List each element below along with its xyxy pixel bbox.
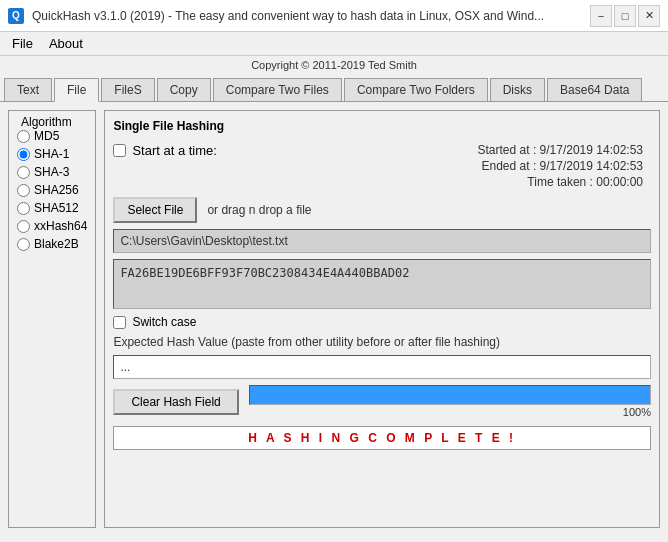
time-info: Started at : 9/17/2019 14:02:53 Ended at… [478,143,651,191]
title-bar: Q QuickHash v3.1.0 (2019) - The easy and… [0,0,668,32]
started-at-value: 9/17/2019 14:02:53 [540,143,643,157]
algorithm-panel: Algorithm MD5 SHA-1 SHA-3 SHA256 SHA512 … [8,110,96,528]
close-button[interactable]: ✕ [638,5,660,27]
progress-segment [391,387,410,403]
algo-sha3-label: SHA-3 [34,165,69,179]
algo-md5-label: MD5 [34,129,59,143]
ended-at-value: 9/17/2019 14:02:53 [540,159,643,173]
progress-segment [550,387,569,403]
menu-bar: File About [0,32,668,56]
hashing-panel: Single File Hashing Start at a time: Sta… [104,110,660,528]
algorithm-panel-title: Algorithm [17,115,87,129]
tab-compare-two-files[interactable]: Compare Two Files [213,78,342,101]
algo-xxhash64: xxHash64 [17,219,87,233]
progress-segment [331,387,350,403]
progress-segment [510,387,529,403]
app-icon: Q [8,8,24,24]
algo-blake2b: Blake2B [17,237,87,251]
progress-pct-label: 100% [249,406,651,418]
tab-copy[interactable]: Copy [157,78,211,101]
time-taken-row: Time taken : 00:00:00 [527,175,643,189]
minimize-button[interactable]: − [590,5,612,27]
progress-segment [530,387,549,403]
title-bar-controls: − □ ✕ [590,5,660,27]
progress-area: 100% [249,385,651,418]
start-at-label: Start at a time: [132,143,217,158]
select-file-button[interactable]: Select File [113,197,197,223]
progress-segment [450,387,469,403]
started-at-row: Started at : 9/17/2019 14:02:53 [478,143,643,157]
algo-blake2b-radio[interactable] [17,238,30,251]
time-taken-label: Time taken : [527,175,593,189]
hash-output-field: FA26BE19DE6BFF93F70BC2308434E4A440BBAD02 [113,259,651,309]
algo-md5: MD5 [17,129,87,143]
algo-xxhash64-radio[interactable] [17,220,30,233]
copyright-text: Copyright © 2011-2019 Ted Smith [251,59,417,71]
start-at-checkbox[interactable] [113,144,126,157]
file-path-field[interactable] [113,229,651,253]
status-bar: H A S H I N G C O M P L E T E ! [113,426,651,450]
algo-sha1: SHA-1 [17,147,87,161]
start-at-row: Start at a time: [113,143,477,158]
algo-sha512: SHA512 [17,201,87,215]
algo-sha256-radio[interactable] [17,184,30,197]
main-content: Algorithm MD5 SHA-1 SHA-3 SHA256 SHA512 … [0,102,668,536]
algo-sha1-radio[interactable] [17,148,30,161]
progress-segment [610,387,629,403]
tab-compare-two-folders[interactable]: Compare Two Folders [344,78,488,101]
tab-base64[interactable]: Base64 Data [547,78,642,101]
tab-text[interactable]: Text [4,78,52,101]
algo-sha512-label: SHA512 [34,201,79,215]
progress-bar [249,385,651,405]
progress-segment [371,387,390,403]
copyright-bar: Copyright © 2011-2019 Ted Smith [0,56,668,74]
algo-sha256-label: SHA256 [34,183,79,197]
start-check-area: Start at a time: [113,143,477,158]
progress-segment [630,387,649,403]
progress-segment [311,387,330,403]
progress-segment [271,387,290,403]
expected-hash-label: Expected Hash Value (paste from other ut… [113,335,651,349]
maximize-button[interactable]: □ [614,5,636,27]
tab-files[interactable]: FileS [101,78,154,101]
progress-segment [351,387,370,403]
algo-xxhash64-label: xxHash64 [34,219,87,233]
ended-at-label: Ended at : [482,159,537,173]
algo-blake2b-label: Blake2B [34,237,79,251]
progress-segment [490,387,509,403]
progress-bar-fill [250,386,650,404]
hashing-panel-title: Single File Hashing [113,119,651,133]
ended-at-row: Ended at : 9/17/2019 14:02:53 [482,159,644,173]
algo-sha512-radio[interactable] [17,202,30,215]
clear-hash-button[interactable]: Clear Hash Field [113,389,238,415]
progress-segment [251,387,270,403]
drag-drop-text: or drag n drop a file [207,203,311,217]
switch-case-label: Switch case [132,315,196,329]
progress-segment [430,387,449,403]
algo-sha3-radio[interactable] [17,166,30,179]
expected-hash-field[interactable] [113,355,651,379]
algo-sha256: SHA256 [17,183,87,197]
top-row: Start at a time: Started at : 9/17/2019 … [113,143,651,191]
algo-sha1-label: SHA-1 [34,147,69,161]
progress-segment [590,387,609,403]
progress-segment [570,387,589,403]
select-file-row: Select File or drag n drop a file [113,197,651,223]
bottom-row: Clear Hash Field [113,385,651,418]
progress-segment [470,387,489,403]
menu-about[interactable]: About [41,34,91,53]
switch-case-checkbox[interactable] [113,316,126,329]
time-taken-value: 00:00:00 [596,175,643,189]
tab-file[interactable]: File [54,78,99,102]
title-bar-text: QuickHash v3.1.0 (2019) - The easy and c… [32,9,544,23]
algo-sha3: SHA-3 [17,165,87,179]
progress-segment [411,387,430,403]
switch-case-row: Switch case [113,315,651,329]
started-at-label: Started at : [478,143,537,157]
tab-disks[interactable]: Disks [490,78,545,101]
progress-segment [291,387,310,403]
menu-file[interactable]: File [4,34,41,53]
tabs-bar: Text File FileS Copy Compare Two Files C… [0,74,668,102]
algo-md5-radio[interactable] [17,130,30,143]
